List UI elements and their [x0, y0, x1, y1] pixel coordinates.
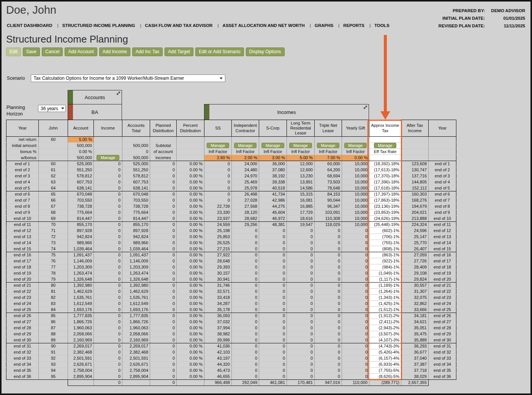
add-inc-tax-button[interactable]: Add Inc Tax	[132, 47, 163, 56]
cell-independent-contractor: 0	[232, 234, 259, 240]
cell-after-tax-income: 25,147	[401, 234, 429, 240]
cell-year-2: end of 5	[429, 185, 456, 191]
add-income-button[interactable]: Add Income	[99, 47, 130, 56]
nav-item-graphs[interactable]: GRAPHS	[306, 23, 333, 28]
cell-percent-distribution: 0.00 %	[177, 191, 204, 198]
cell-year-2: end of 22	[429, 289, 456, 295]
cell-income: 0	[94, 198, 122, 204]
manage-button[interactable]: Manage	[234, 143, 257, 148]
cell-john: 67	[39, 204, 68, 210]
cell-ss: 25,198	[204, 228, 232, 234]
expand-icon[interactable]	[116, 91, 120, 95]
cell-income: 0	[94, 270, 122, 276]
edit-button[interactable]: Edit	[6, 47, 21, 56]
cell-independent-contractor: 0	[232, 246, 259, 252]
manage-button[interactable]: Manage	[289, 143, 312, 148]
cell-independent-contractor: 25,978	[232, 185, 259, 191]
client-name: Doe, John	[6, 4, 56, 16]
nav-item-client-dashboard[interactable]: CLIENT DASHBOARD	[7, 23, 52, 28]
cell-account: 1,535,761	[68, 295, 94, 301]
cell-percent-distribution: 0.00 %	[177, 179, 204, 185]
cell-ss: 36,093	[204, 313, 232, 319]
cell-account: 0.00 %	[68, 149, 94, 155]
nav-item-cash-flow-and-tax-advisor[interactable]: CASH FLOW AND TAX ADVISOR	[136, 23, 213, 28]
manage-button[interactable]: Manage	[374, 143, 397, 148]
nav-item-reports[interactable]: REPORTS	[334, 23, 364, 28]
manage-button[interactable]: Manage	[97, 155, 119, 160]
cell-planned-distribution: 0	[150, 258, 177, 264]
cell-year: initial amount	[6, 143, 39, 149]
col-header-john: John	[39, 120, 68, 137]
expand-icon[interactable]	[363, 105, 367, 109]
row-end-of-4: end of 463607,7530607,75300.00 %025,4693…	[6, 179, 456, 185]
nav-item-asset-allocation-and-net-worth[interactable]: ASSET ALLOCATION AND NET WORTH	[214, 23, 305, 28]
cell-account: 2,501,591	[68, 356, 94, 362]
cell-s-corp: 0	[259, 356, 287, 362]
row-end-of-26: end of 26851,777,83501,777,83500.00 %36,…	[6, 313, 456, 319]
cell-year: end of 29	[6, 331, 39, 337]
cell-income: 0	[94, 349, 122, 356]
scenario-select[interactable]: Tax Calculation Options for Income for a…	[31, 74, 225, 82]
cell-s-corp: 0	[259, 252, 287, 258]
cell-account: 1,039,464	[68, 246, 94, 252]
cell-year: bonus %	[6, 149, 39, 155]
nav-item-structured-income-planning[interactable]: STRUCTURED INCOME PLANNING	[54, 23, 135, 28]
row-end-of-13: end of 1372942,8240942,82400.00 %25,8530…	[6, 234, 456, 240]
cell-year-2: end of 27	[429, 319, 456, 325]
cell-independent-contractor: 0	[232, 270, 259, 276]
manage-button[interactable]: Manage	[344, 143, 367, 148]
cell-account: 989,966	[68, 240, 94, 246]
add-target-button[interactable]: Add Target	[165, 47, 193, 56]
edit-or-add-scenario-button[interactable]: Edit or Add Scenario	[195, 47, 244, 56]
cell-planned-distribution: 0	[150, 295, 177, 301]
cell-planned-distribution: 0	[150, 191, 177, 198]
cell-approx-income-tax: (1,117)-1%	[369, 276, 401, 283]
cell-yearly-gift: 0	[342, 289, 369, 295]
cell-year-2: end of 28	[429, 325, 456, 331]
cell-john: 95	[39, 374, 68, 380]
row-end-of-33: end of 33922,501,59102,501,59100.00 %43,…	[6, 356, 456, 362]
scenario-selected-value: Tax Calculation Options for Income for a…	[33, 76, 184, 81]
cell-percent-distribution: 0.00 %	[177, 295, 204, 301]
add-account-button[interactable]: Add Account	[65, 47, 97, 56]
cancel-button[interactable]: Cancel	[42, 47, 63, 56]
cell-independent-contractor: 0	[232, 289, 259, 295]
manage-button[interactable]: Manage	[317, 143, 340, 148]
cell-year-2: end of 10	[429, 216, 456, 222]
cell-john: 93	[39, 362, 68, 368]
manage-button[interactable]: Manage	[261, 143, 284, 148]
cell-yearly-gift: 0	[342, 276, 369, 283]
cell-account: 551,250	[68, 167, 94, 173]
cell-ss: 37,994	[204, 325, 232, 331]
cell-percent-distribution: 0.00 %	[177, 185, 204, 191]
row-end-of-27: end of 27861,866,72601,866,72600.00 %37,…	[6, 319, 456, 325]
cell-planned-distribution: 0	[150, 222, 177, 228]
cell-independent-contractor: 0	[232, 276, 259, 283]
cell-percent-distribution: 0.00 %	[177, 234, 204, 240]
cell-accounts-total: 738,728	[122, 204, 150, 210]
nav-item-tools[interactable]: TOOLS	[366, 23, 389, 28]
cell-approx-income-tax: (4,107)-3%	[369, 337, 401, 343]
cell-john: 90	[39, 343, 68, 349]
cell-s-corp: 0	[259, 362, 287, 368]
display-options-button[interactable]: Display Options	[246, 47, 285, 56]
cell-accounts-total: 1,039,464	[122, 246, 150, 252]
cell-s-corp: 0	[259, 289, 287, 295]
cell-planned-distribution: 0	[150, 167, 177, 173]
manage-button[interactable]: Manage	[207, 143, 230, 148]
cell-account: 500,000	[68, 143, 94, 149]
cell-long-term-residential-lease: 13,230	[287, 173, 315, 179]
cell-accounts-total	[122, 137, 150, 143]
cell-income	[94, 137, 122, 143]
cell-s-corp: 0	[259, 276, 287, 283]
planning-horizon-select[interactable]: 36 years	[38, 105, 66, 112]
structured-income-planning-page: Doe, John PREPARED BY: DEMO ADVISOR INIT…	[0, 0, 532, 395]
cell-yearly-gift: 0	[342, 258, 369, 264]
cell-after-tax-income: 168,276	[401, 198, 429, 204]
cell-john: 94	[39, 368, 68, 374]
annotation-arrow-icon	[379, 35, 391, 120]
cell-income: 0	[94, 185, 122, 191]
cell-account: 1,263,474	[68, 270, 94, 276]
save-button[interactable]: Save	[23, 47, 40, 56]
cell-ss: 0	[204, 173, 232, 179]
